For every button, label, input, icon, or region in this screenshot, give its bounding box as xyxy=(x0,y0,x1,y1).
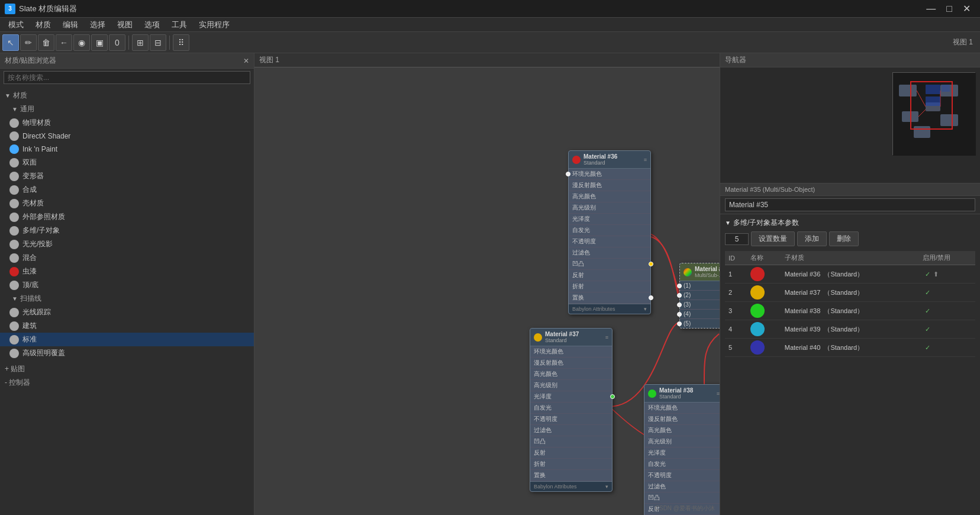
mat-cell-submat-2[interactable]: Material #37 （Standard） xyxy=(781,284,919,302)
toolbar-arrow-left[interactable]: ← xyxy=(56,34,72,51)
node-38-row-gloss: 光泽度 xyxy=(644,448,720,459)
app-icon: 3 xyxy=(5,4,15,14)
mat-raytrace[interactable]: 光线跟踪 xyxy=(0,305,254,319)
toolbar-layout[interactable]: ⊞ xyxy=(132,34,149,51)
col-submat: 子材质 xyxy=(781,251,919,265)
mat-cell-name-3 xyxy=(747,302,781,320)
mat-standard[interactable]: 标准 xyxy=(0,333,254,346)
node-37[interactable]: Material #37 Standard ≡ 环境光颜色 漫反射颜色 高光颜色… xyxy=(530,328,612,492)
mat-cell-submat-1[interactable]: Material #36 （Standard） xyxy=(781,265,919,284)
mat-row-2[interactable]: 2 Material #37 （Standard） ✓ xyxy=(725,284,975,302)
node-35[interactable]: Material #35 Multi/Sub-... ≡ (1) (2) (3)… xyxy=(679,263,720,329)
mat-cell-id-4: 4 xyxy=(725,320,747,339)
mat-arch[interactable]: 建筑 xyxy=(0,319,254,333)
mat-row-3[interactable]: 3 Material #38 （Standard） ✓ xyxy=(725,302,975,320)
menu-select[interactable]: 选择 xyxy=(84,18,111,31)
navigator-canvas xyxy=(720,67,980,183)
toolbar-delete[interactable]: 🗑 xyxy=(38,34,54,51)
mat-morpher[interactable]: 变形器 xyxy=(0,169,254,183)
svg-rect-11 xyxy=(926,85,940,94)
menu-edit[interactable]: 编辑 xyxy=(57,18,84,31)
group-scanline[interactable]: ▼ 扫描线 xyxy=(0,292,254,305)
mat-physical[interactable]: 物理材质 xyxy=(0,116,254,130)
mat-cell-submat-5[interactable]: Material #40 （Standard） xyxy=(781,339,919,357)
group-materials[interactable]: ▼ 材质 xyxy=(0,89,254,102)
group-common[interactable]: ▼ 通用 xyxy=(0,102,254,116)
left-panel-header: 材质/贴图浏览器 ✕ xyxy=(0,53,254,69)
node-35-ball xyxy=(684,268,692,276)
toolbar-sep1 xyxy=(128,36,129,50)
node-36-row-env: 环境光颜色 xyxy=(569,169,650,180)
prop-name-input-field[interactable] xyxy=(725,198,975,211)
svg-rect-6 xyxy=(940,114,958,126)
toolbar-grid[interactable]: ⊟ xyxy=(150,34,166,51)
mat-cell-id-3: 3 xyxy=(725,302,747,320)
menu-material[interactable]: 材质 xyxy=(30,18,57,31)
group-maps[interactable]: + 贴图 xyxy=(0,362,254,376)
node-36-header: Material #36 Standard ≡ xyxy=(569,151,650,169)
node-36-row-refl: 反射 xyxy=(569,270,650,281)
menu-view[interactable]: 视图 xyxy=(111,18,138,31)
toolbar-pencil[interactable]: ✏ xyxy=(20,34,37,51)
node-36-row-gloss: 光泽度 xyxy=(569,214,650,225)
node-38-ball xyxy=(648,390,656,398)
canvas-area[interactable]: Material #36 Standard ≡ 环境光颜色 漫反射颜色 高光颜色… xyxy=(254,67,720,515)
mat-row-5[interactable]: 5 Material #40 （Standard） ✓ xyxy=(725,339,975,357)
delete-button[interactable]: 删除 xyxy=(829,231,859,246)
toolbar-checker[interactable]: ▣ xyxy=(91,34,108,51)
node-37-row-disp: 置换 xyxy=(530,470,612,481)
toolbar-material[interactable]: ◉ xyxy=(73,34,90,51)
node-36[interactable]: Material #36 Standard ≡ 环境光颜色 漫反射颜色 高光颜色… xyxy=(568,150,651,314)
mat-xref[interactable]: 外部参照材质 xyxy=(0,210,254,224)
menu-mode[interactable]: 模式 xyxy=(2,18,30,31)
mat-shell[interactable]: 壳材质 xyxy=(0,197,254,210)
node-37-row-diff: 漫反射颜色 xyxy=(530,358,612,369)
mat-doublesided[interactable]: 双面 xyxy=(0,156,254,169)
node-38-row-specl: 高光级别 xyxy=(644,436,720,448)
group-controllers[interactable]: - 控制器 xyxy=(0,376,254,390)
mat-row-4[interactable]: 4 Material #39 （Standard） ✓ xyxy=(725,320,975,339)
mat-composite[interactable]: 合成 xyxy=(0,183,254,197)
set-count-button[interactable]: 设置数量 xyxy=(751,231,795,246)
mat-row-1[interactable]: 1 Material #36 （Standard） ✓ ⬆ xyxy=(725,265,975,284)
mat-cell-submat-4[interactable]: Material #39 （Standard） xyxy=(781,320,919,339)
menu-options[interactable]: 选项 xyxy=(138,18,166,31)
prop-controls: 设置数量 添加 删除 xyxy=(725,231,975,246)
mat-topbottom[interactable]: 顶/底 xyxy=(0,278,254,292)
menu-utilities[interactable]: 实用程序 xyxy=(193,18,236,31)
mat-cell-submat-3[interactable]: Material #38 （Standard） xyxy=(781,302,919,320)
toolbar-select[interactable]: ↖ xyxy=(2,34,19,51)
mat-ink[interactable]: Ink 'n Paint xyxy=(0,143,254,156)
prop-section-title: ▼ 多维/子对象基本参数 xyxy=(725,218,975,228)
mat-shellac[interactable]: 虫漆 xyxy=(0,265,254,278)
mat-matte[interactable]: 无光/投影 xyxy=(0,237,254,251)
col-enabled: 启用/禁用 xyxy=(919,251,975,265)
close-button[interactable]: ✕ xyxy=(958,2,975,15)
minimize-button[interactable]: — xyxy=(921,2,940,15)
node-38[interactable]: Material #38 Standard ≡ 环境光颜色 漫反射颜色 高光颜色… xyxy=(644,384,720,515)
prop-section-label: 多维/子对象基本参数 xyxy=(733,218,799,228)
mat-advanced-light[interactable]: 高级照明覆盖 xyxy=(0,346,254,360)
prop-name-section xyxy=(720,196,980,214)
prop-count-input[interactable] xyxy=(725,233,749,245)
menu-tools[interactable]: 工具 xyxy=(166,18,193,31)
mat-cell-name-1 xyxy=(747,265,781,284)
node-36-row-diff: 漫反射颜色 xyxy=(569,180,650,191)
mat-cell-id-2: 2 xyxy=(725,284,747,302)
node-36-row-self: 自发光 xyxy=(569,225,650,236)
mat-multisub[interactable]: 多维/子对象 xyxy=(0,224,254,237)
search-input[interactable] xyxy=(4,71,250,84)
svg-rect-4 xyxy=(914,126,930,138)
node-37-footer: Babylon Attributes▾ xyxy=(530,481,612,491)
browser-close[interactable]: ✕ xyxy=(243,57,249,65)
add-button[interactable]: 添加 xyxy=(797,231,827,246)
node-37-ball xyxy=(534,333,542,342)
mat-blend[interactable]: 混合 xyxy=(0,251,254,265)
toolbar-zero[interactable]: 0 xyxy=(109,34,125,51)
maximize-button[interactable]: □ xyxy=(942,2,957,15)
mat-directx[interactable]: DirectX Shader xyxy=(0,130,254,143)
node-37-row-opac: 不透明度 xyxy=(530,414,612,425)
search-bar xyxy=(0,69,254,86)
node-38-row-spec: 高光颜色 xyxy=(644,425,720,436)
toolbar-dots[interactable]: ⠿ xyxy=(173,34,189,51)
